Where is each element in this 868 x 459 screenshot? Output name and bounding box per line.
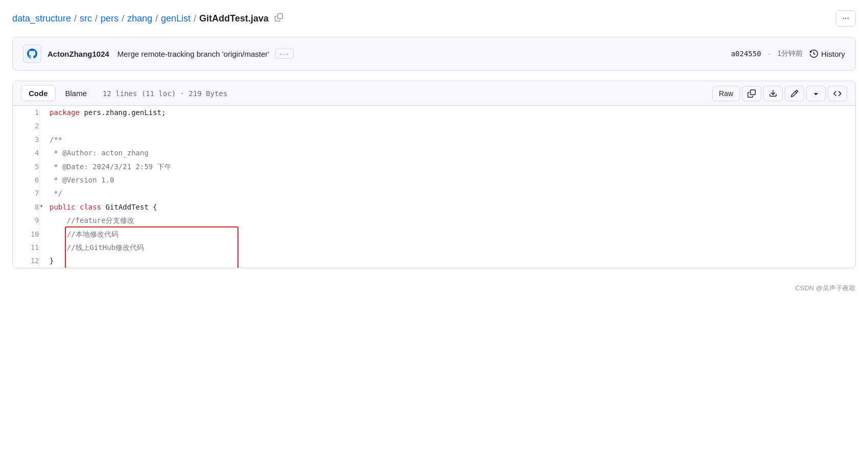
file-meta: 12 lines (11 loc) · 219 Bytes — [103, 89, 227, 98]
code-body: 1 package pers.zhang.genList; 2 3 /** — [13, 106, 855, 268]
chevron-down-icon — [812, 89, 820, 98]
code-toolbar: Code Blame 12 lines (11 loc) · 219 Bytes… — [13, 81, 855, 106]
commit-meta: a024550 · 1分钟前 History — [731, 49, 845, 58]
copy-path-button[interactable] — [272, 12, 286, 25]
table-row: 7 */ — [13, 187, 855, 200]
line-expand — [39, 160, 50, 173]
breadcrumb-src[interactable]: src — [80, 13, 92, 24]
line-expand — [39, 173, 50, 187]
table-row: 11 //线上GitHub修改代码 — [13, 241, 855, 254]
more-dots-icon: ··· — [842, 14, 849, 23]
commit-bar: ActonZhang1024 Merge remote-tracking bra… — [12, 37, 856, 71]
divider: · — [768, 50, 770, 58]
copy-raw-button[interactable] — [742, 86, 761, 101]
breadcrumb: data_structure / src / pers / zhang / ge… — [12, 10, 856, 27]
line-number: 5 — [13, 160, 39, 173]
separator-2: / — [95, 13, 98, 24]
tab-blame[interactable]: Blame — [58, 85, 95, 101]
symbols-button[interactable] — [828, 86, 847, 101]
line-number: 1 — [13, 106, 39, 119]
line-code: * @Version 1.0 — [50, 173, 855, 187]
line-code: } — [50, 254, 855, 267]
line-number: 9 — [13, 214, 39, 227]
table-row: 4 * @Author: acton_zhang — [13, 146, 855, 159]
line-expand — [39, 106, 50, 119]
line-code: * @Date: 2024/3/21 2:59 下午 — [50, 160, 855, 173]
line-expand — [39, 214, 50, 227]
edit-icon — [790, 89, 799, 98]
table-row: 12 } — [13, 254, 855, 267]
table-row: 6 * @Version 1.0 — [13, 173, 855, 187]
download-button[interactable] — [763, 86, 783, 101]
toolbar-actions: Raw — [712, 86, 847, 101]
line-number: 8 — [13, 200, 39, 214]
tab-code[interactable]: Code — [21, 85, 56, 101]
commit-hash: a024550 — [731, 50, 761, 58]
more-options-button[interactable]: ··· — [836, 10, 856, 27]
line-number: 3 — [13, 133, 39, 146]
line-code: * @Author: acton_zhang — [50, 146, 855, 159]
line-expand — [39, 241, 50, 254]
line-number: 7 — [13, 187, 39, 200]
more-file-options-button[interactable] — [806, 86, 826, 101]
code-table: 1 package pers.zhang.genList; 2 3 /** — [13, 106, 855, 268]
footer: CSDN @吴声子夜歌 — [12, 284, 856, 293]
history-button[interactable]: History — [810, 50, 845, 58]
code-panel: Code Blame 12 lines (11 loc) · 219 Bytes… — [12, 81, 856, 268]
line-expand — [39, 254, 50, 267]
line-number: 10 — [13, 227, 39, 241]
line-code: */ — [50, 187, 855, 200]
line-code: //本地修改代码 — [50, 227, 855, 241]
table-row: 2 — [13, 119, 855, 132]
edit-button[interactable] — [785, 86, 804, 101]
breadcrumb-pers[interactable]: pers — [101, 13, 118, 24]
breadcrumb-repo[interactable]: data_structure — [12, 13, 71, 24]
copy-icon — [748, 89, 756, 98]
separator-4: / — [155, 13, 158, 24]
line-expand — [39, 133, 50, 146]
separator-5: / — [194, 13, 196, 24]
history-icon — [810, 50, 818, 58]
line-code: //线上GitHub修改代码 — [50, 241, 855, 254]
line-expand — [39, 146, 50, 159]
line-code: public class GitAddTest { — [50, 200, 855, 214]
line-code: package pers.zhang.genList; — [50, 106, 855, 119]
history-label: History — [821, 50, 845, 58]
table-row: 10 //本地修改代码 — [13, 227, 855, 241]
line-number: 6 — [13, 173, 39, 187]
commit-expand-button[interactable]: ··· — [275, 49, 294, 59]
breadcrumb-genlist[interactable]: genList — [161, 13, 190, 24]
line-expand — [39, 227, 50, 241]
line-number: 4 — [13, 146, 39, 159]
separator-1: / — [74, 13, 77, 24]
raw-button[interactable]: Raw — [712, 86, 740, 101]
table-row: 1 package pers.zhang.genList; — [13, 106, 855, 119]
line-code: //feature分支修改 — [50, 214, 855, 227]
line-number: 2 — [13, 119, 39, 132]
line-expand — [39, 119, 50, 132]
separator-3: / — [122, 13, 124, 24]
line-number: 11 — [13, 241, 39, 254]
line-expand — [39, 187, 50, 200]
table-row: 8 ▾ public class GitAddTest { — [13, 200, 855, 214]
table-row: 3 /** — [13, 133, 855, 146]
code-icon — [833, 89, 841, 98]
line-expand: ▾ — [39, 200, 50, 214]
footer-text: CSDN @吴声子夜歌 — [795, 284, 856, 292]
table-row: 5 * @Date: 2024/3/21 2:59 下午 — [13, 160, 855, 173]
breadcrumb-filename: GitAddTest.java — [199, 13, 269, 24]
avatar — [23, 44, 41, 63]
commit-time: 1分钟前 — [778, 49, 803, 58]
line-code — [50, 119, 855, 132]
commit-message: Merge remote-tracking branch 'origin/mas… — [117, 50, 270, 58]
line-code: /** — [50, 133, 855, 146]
download-icon — [769, 89, 777, 98]
table-row: 9 //feature分支修改 — [13, 214, 855, 227]
line-number: 12 — [13, 254, 39, 267]
commit-author: ActonZhang1024 — [47, 50, 109, 58]
breadcrumb-zhang[interactable]: zhang — [127, 13, 152, 24]
